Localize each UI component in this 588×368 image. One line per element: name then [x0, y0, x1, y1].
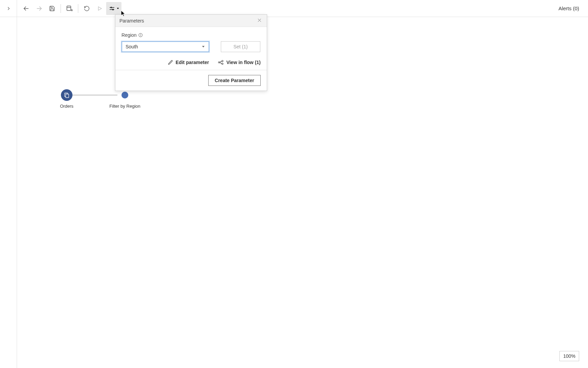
alerts-indicator[interactable]: Alerts (0): [552, 5, 585, 11]
info-icon[interactable]: [138, 33, 143, 37]
svg-point-21: [222, 60, 223, 62]
left-rail: [0, 17, 17, 368]
node-icon-datasource: [61, 89, 72, 101]
flow-node-filter[interactable]: Filter by Region: [104, 92, 145, 109]
data-pause-icon: [66, 5, 73, 12]
svg-marker-6: [98, 6, 101, 10]
caret-down-icon: [116, 7, 119, 10]
set-parameter-button[interactable]: Set (1): [221, 41, 260, 52]
node-icon-clean: [121, 92, 128, 98]
flow-node-orders[interactable]: Orders: [46, 89, 87, 109]
popover-body: Region South Set (1) Edit parameter: [115, 27, 267, 70]
popover-title: Parameters: [119, 18, 144, 24]
edit-parameter-label: Edit parameter: [176, 60, 209, 65]
create-parameter-button[interactable]: Create Parameter: [208, 75, 261, 86]
caret-down-icon: [201, 44, 205, 49]
run-flow-button[interactable]: [93, 2, 106, 15]
svg-marker-19: [202, 46, 205, 48]
popover-close-button[interactable]: [256, 18, 263, 24]
zoom-indicator[interactable]: 100%: [559, 351, 579, 361]
parameter-value-row: South Set (1): [121, 41, 261, 52]
close-icon: [257, 18, 262, 23]
edit-parameter-link[interactable]: Edit parameter: [168, 60, 209, 65]
node-label: Filter by Region: [104, 104, 145, 109]
database-icon: [64, 92, 70, 98]
svg-line-24: [220, 63, 222, 64]
arrow-left-icon: [23, 5, 30, 12]
parameter-actions: Edit parameter View in flow (1): [121, 60, 261, 65]
svg-rect-2: [67, 6, 71, 10]
toolbar-separator: [61, 4, 61, 13]
parameters-toolbar-button[interactable]: [106, 2, 121, 15]
svg-point-22: [222, 63, 223, 64]
svg-point-10: [113, 9, 114, 10]
refresh-icon: [84, 5, 90, 12]
parameters-popover: Parameters Region South Set (1) Edit pa: [115, 14, 267, 91]
view-in-flow-link[interactable]: View in flow (1): [218, 60, 261, 65]
svg-point-8: [111, 7, 112, 8]
svg-point-20: [218, 62, 220, 63]
flow-canvas[interactable]: Orders Filter by Region 100%: [17, 17, 588, 368]
parameter-value-dropdown[interactable]: South: [121, 41, 209, 52]
back-button[interactable]: [20, 2, 33, 15]
play-icon: [97, 6, 102, 11]
pencil-icon: [168, 60, 173, 65]
parameter-field-label: Region: [121, 32, 136, 38]
toolbar-separator: [78, 4, 78, 13]
refresh-button[interactable]: [80, 2, 93, 15]
arrow-right-icon: [36, 5, 43, 12]
toolbar: Alerts (0): [17, 0, 588, 17]
save-icon: [49, 5, 55, 12]
view-in-flow-label: View in flow (1): [226, 60, 261, 65]
node-label: Orders: [46, 104, 87, 109]
data-pane-button[interactable]: [63, 2, 76, 15]
sliders-icon: [109, 5, 115, 12]
popover-header: Parameters: [115, 15, 267, 27]
svg-point-18: [141, 34, 141, 34]
parameter-selected-value: South: [126, 44, 138, 49]
flow-icon: [218, 60, 224, 65]
save-button[interactable]: [46, 2, 59, 15]
forward-button[interactable]: [33, 2, 46, 15]
parameter-field-label-row: Region: [121, 32, 261, 38]
expand-side-panel-button[interactable]: [0, 0, 17, 17]
info-circle-icon: [138, 33, 143, 37]
svg-line-23: [220, 61, 222, 62]
svg-marker-11: [117, 8, 119, 9]
popover-footer: Create Parameter: [115, 70, 267, 91]
svg-rect-13: [66, 94, 69, 98]
chevron-right-icon: [6, 6, 11, 11]
